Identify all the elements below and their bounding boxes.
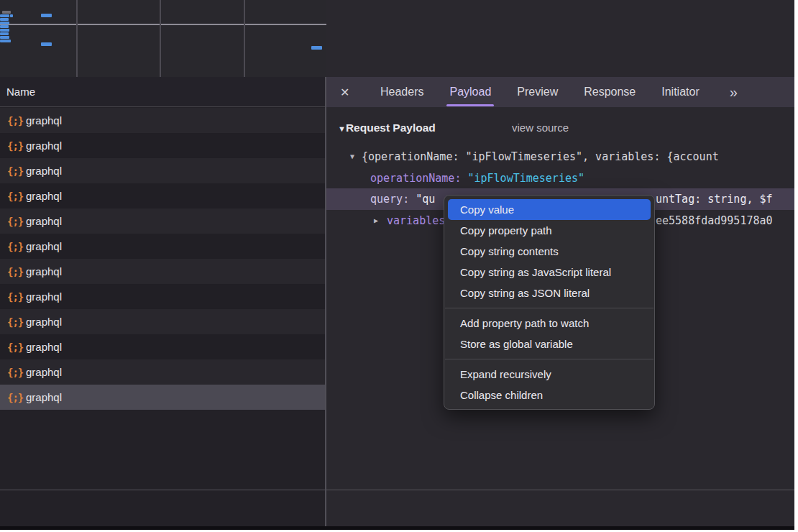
overview-request-bar[interactable] (0, 29, 9, 32)
property-key: variables (387, 210, 445, 231)
network-request-table: Name {;}graphql{;}graphql{;}graphql{;}gr… (0, 77, 325, 530)
section-expand-icon[interactable]: ▼ (338, 124, 346, 133)
overview-request-bar[interactable] (0, 40, 11, 42)
table-row[interactable]: {;}graphql (0, 183, 325, 208)
json-braces-icon: {;} (7, 165, 26, 177)
tab-response[interactable]: Response (574, 77, 646, 107)
menu-item-expand-recursively[interactable]: Expand recursively (448, 364, 651, 385)
table-row[interactable]: {;}graphql (0, 334, 325, 359)
table-row[interactable]: {;}graphql (0, 108, 325, 133)
property-key: query: (370, 193, 409, 206)
table-row[interactable]: {;}graphql (0, 234, 325, 259)
json-braces-icon: {;} (7, 316, 26, 328)
tab-headers[interactable]: Headers (370, 77, 434, 107)
property-key: operationName: (370, 172, 461, 185)
overview-gridline (160, 0, 161, 77)
request-name: graphql (26, 341, 62, 353)
detail-tabs: HeadersPayloadPreviewResponseInitiator (367, 77, 712, 107)
menu-separator (445, 359, 653, 359)
section-title: Request Payload (346, 121, 436, 134)
overview-request-bar[interactable] (41, 14, 52, 17)
property-value-right: ee5588fdad995178a0 (656, 210, 773, 231)
footer-divider (0, 490, 794, 490)
request-name: graphql (26, 366, 62, 378)
context-menu: Copy valueCopy property pathCopy string … (444, 195, 655, 410)
more-tabs-icon[interactable]: » (730, 84, 736, 101)
overview-request-bar[interactable] (0, 22, 9, 24)
request-name: graphql (26, 215, 62, 227)
menu-item-copy-string-as-json-literal[interactable]: Copy string as JSON literal (448, 283, 651, 303)
operation-name-row[interactable]: operationName: "ipFlowTimeseries" (370, 168, 794, 189)
json-braces-icon: {;} (7, 241, 26, 252)
close-icon[interactable]: ✕ (340, 86, 354, 99)
collapsed-icon[interactable]: ▶ (374, 210, 378, 231)
name-column-header[interactable]: Name (0, 77, 325, 107)
json-braces-icon: {;} (7, 367, 26, 378)
request-name: graphql (26, 240, 62, 252)
tab-preview[interactable]: Preview (507, 77, 568, 107)
menu-item-copy-value[interactable]: Copy value (448, 199, 651, 220)
json-braces-icon: {;} (7, 140, 26, 152)
request-name: graphql (26, 165, 62, 177)
property-value-left: "qu (416, 193, 435, 206)
table-row[interactable]: {;}graphql (0, 385, 325, 410)
request-name: graphql (26, 265, 62, 278)
table-row[interactable]: {;}graphql (0, 208, 325, 234)
table-row[interactable]: {;}graphql (0, 359, 325, 385)
menu-item-copy-string-contents[interactable]: Copy string contents (448, 241, 651, 262)
menu-item-copy-string-as-javascript-literal[interactable]: Copy string as JavaScript literal (448, 262, 651, 283)
property-value-right: untTag: string, $f (656, 188, 773, 210)
table-row[interactable]: {;}graphql (0, 259, 325, 284)
request-name: graphql (26, 391, 62, 403)
json-braces-icon: {;} (7, 291, 26, 303)
tab-initiator[interactable]: Initiator (651, 77, 709, 107)
payload-preview-row[interactable]: ▼ {operationName: "ipFlowTimeseries", va… (326, 146, 794, 168)
tab-payload[interactable]: Payload (439, 77, 501, 107)
request-name: graphql (26, 190, 62, 202)
table-row[interactable]: {;}graphql (0, 284, 325, 309)
table-row[interactable]: {;}graphql (0, 309, 325, 334)
request-name: graphql (26, 316, 62, 328)
overview-request-bar[interactable] (0, 18, 9, 21)
devtools-window: Name {;}graphql{;}graphql{;}graphql{;}gr… (0, 0, 794, 530)
overview-request-bar[interactable] (41, 42, 52, 46)
network-rows: {;}graphql{;}graphql{;}graphql{;}graphql… (0, 108, 325, 410)
overview-gridline (244, 0, 245, 77)
expand-icon[interactable]: ▼ (350, 146, 354, 168)
payload-preview-text: {operationName: "ipFlowTimeseries", vari… (362, 146, 719, 168)
request-name: graphql (26, 139, 62, 152)
panel-divider[interactable] (325, 77, 326, 526)
property-value: "ipFlowTimeseries" (467, 172, 584, 185)
json-braces-icon: {;} (7, 392, 26, 403)
overview-request-bar[interactable] (10, 14, 13, 17)
table-row[interactable]: {;}graphql (0, 133, 325, 158)
menu-item-collapse-children[interactable]: Collapse children (448, 385, 651, 405)
json-braces-icon: {;} (7, 216, 26, 227)
window-bottom-border (0, 526, 794, 530)
request-name: graphql (26, 290, 62, 303)
overview-gridline (76, 0, 78, 77)
view-source-link[interactable]: view source (512, 117, 569, 139)
json-braces-icon: {;} (7, 115, 26, 127)
overview-request-bar[interactable] (0, 36, 9, 39)
menu-separator (445, 308, 653, 308)
overview-request-bar[interactable] (0, 14, 9, 17)
request-payload-section: ▼Request Payload view source (326, 117, 794, 139)
overview-grey-bar (2, 11, 11, 14)
menu-item-store-as-global-variable[interactable]: Store as global variable (448, 334, 651, 354)
table-row[interactable]: {;}graphql (0, 158, 325, 183)
overview-request-bar[interactable] (0, 32, 9, 35)
overview-request-bar[interactable] (0, 25, 9, 28)
json-braces-icon: {;} (7, 191, 26, 202)
detail-tab-bar: ✕ HeadersPayloadPreviewResponseInitiator… (326, 77, 794, 107)
menu-item-copy-property-path[interactable]: Copy property path (448, 220, 651, 241)
json-braces-icon: {;} (7, 341, 26, 353)
json-braces-icon: {;} (7, 266, 26, 278)
request-name: graphql (26, 114, 62, 127)
overview-request-bar[interactable] (311, 46, 322, 50)
menu-item-add-property-path-to-watch[interactable]: Add property path to watch (448, 313, 651, 334)
